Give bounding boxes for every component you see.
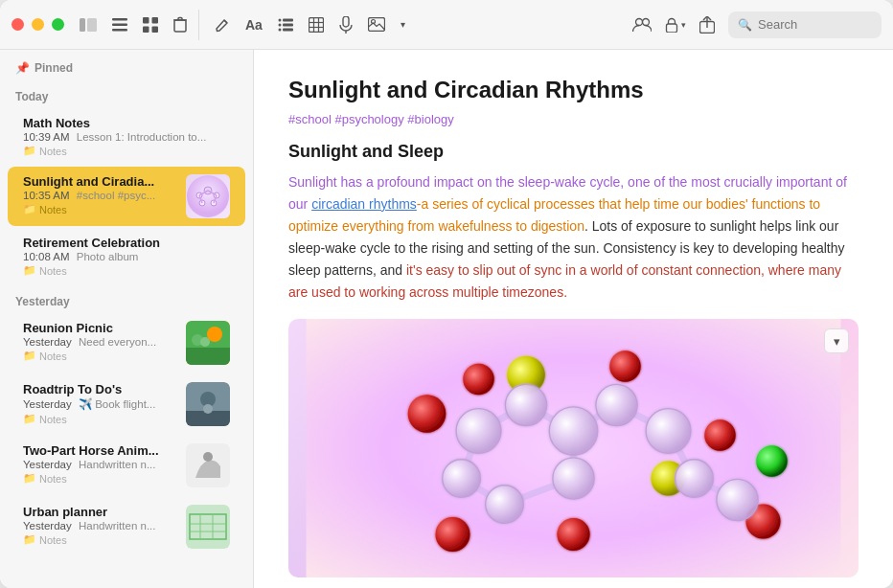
pinned-section: 📌 Pinned (0, 50, 253, 80)
folder-icon: 📁 (23, 350, 36, 362)
content-area: Sunlight and Circadian Rhythms #school #… (254, 50, 893, 588)
note-item-roadtrip[interactable]: Roadtrip To Do's Yesterday ✈️ Book fligh… (8, 374, 245, 434)
svg-point-31 (187, 175, 229, 217)
svg-rect-17 (309, 17, 323, 32)
svg-point-42 (207, 327, 222, 342)
svg-point-83 (646, 409, 691, 454)
list-view-icon[interactable] (112, 18, 127, 32)
svg-rect-4 (112, 29, 127, 32)
traffic-lights (11, 18, 64, 31)
svg-point-80 (505, 385, 546, 426)
svg-point-71 (436, 517, 470, 552)
search-input[interactable] (758, 17, 872, 32)
svg-rect-3 (112, 23, 127, 26)
note-subtitle: Lesson 1: Introduction to... (77, 131, 207, 143)
pin-icon: 📌 (15, 61, 30, 75)
note-meta: 10:39 AM Lesson 1: Introduction to... (23, 131, 230, 143)
note-folder: 📁 Notes (23, 350, 178, 362)
pinned-header: 📌 Pinned (15, 61, 238, 75)
svg-rect-0 (80, 18, 85, 32)
note-item-math[interactable]: Math Notes 10:39 AM Lesson 1: Introducti… (8, 108, 245, 165)
molecule-image: ▾ (288, 319, 859, 577)
note-thumbnail (186, 174, 230, 218)
note-main-title: Sunlight and Circadian Rhythms (288, 77, 859, 104)
svg-point-49 (203, 404, 213, 414)
note-time: 10:35 AM (23, 190, 70, 201)
folder-icon: 📁 (23, 472, 36, 485)
svg-point-70 (463, 364, 493, 395)
svg-point-72 (609, 351, 640, 382)
search-bar[interactable]: 🔍 (728, 11, 882, 38)
delete-icon[interactable] (173, 16, 187, 33)
svg-point-51 (203, 452, 213, 462)
titlebar-right-actions: ▾ 🔍 (632, 11, 882, 38)
note-time: Yesterday (23, 459, 72, 470)
note-item-retirement[interactable]: Retirement Celebration 10:08 AM Photo al… (8, 228, 245, 284)
maximize-button[interactable] (52, 18, 64, 31)
note-time: Yesterday (23, 520, 72, 531)
audio-icon[interactable] (339, 16, 353, 34)
search-icon: 🔍 (738, 18, 752, 32)
compose-icon[interactable] (215, 17, 230, 33)
svg-point-11 (278, 18, 281, 21)
note-item-sunlight[interactable]: Sunlight and Ciradia... 10:35 AM #school… (8, 167, 245, 226)
svg-point-85 (553, 458, 594, 499)
note-folder: 📁 Notes (23, 533, 178, 546)
svg-point-78 (756, 446, 787, 477)
export-icon[interactable] (699, 16, 715, 34)
svg-point-87 (675, 460, 714, 498)
chevron-down-icon[interactable]: ▾ (401, 19, 405, 30)
svg-point-88 (717, 480, 758, 521)
note-subtitle: Handwritten n... (79, 520, 156, 531)
svg-rect-28 (667, 24, 677, 33)
list-options-icon[interactable] (278, 18, 293, 32)
lock-group[interactable]: ▾ (665, 17, 686, 33)
titlebar: Aa (0, 0, 893, 50)
folder-icon: 📁 (23, 264, 36, 277)
lock-icon[interactable] (665, 17, 678, 33)
svg-rect-14 (283, 23, 293, 26)
note-folder: 📁 Notes (23, 203, 178, 215)
grid-view-icon[interactable] (143, 17, 158, 33)
note-title: Roadtrip To Do's (23, 382, 178, 396)
svg-point-27 (643, 18, 650, 25)
svg-point-74 (704, 420, 735, 451)
svg-point-73 (557, 518, 589, 551)
sidebar-toggle-icon[interactable] (80, 18, 97, 32)
image-insert-icon[interactable] (368, 17, 385, 32)
note-title: Reunion Picnic (23, 321, 178, 335)
note-time: 10:39 AM (23, 131, 70, 143)
svg-point-69 (408, 396, 446, 434)
minimize-button[interactable] (32, 18, 44, 31)
svg-point-13 (278, 23, 281, 26)
note-item-urban[interactable]: Urban planner Yesterday Handwritten n...… (8, 497, 245, 556)
note-text: Reunion Picnic Yesterday Need everyon...… (23, 321, 178, 362)
note-folder: 📁 Notes (23, 472, 178, 485)
note-meta: Yesterday Handwritten n... (23, 520, 178, 531)
note-heading: Sunlight and Sleep (288, 142, 859, 162)
note-tags: #school #psychology #biology (288, 112, 859, 126)
note-meta: 10:35 AM #school #psyc... (23, 190, 178, 201)
sidebar: 📌 Pinned Today Math Notes 10:39 AM Lesso… (0, 50, 254, 588)
main-area: 📌 Pinned Today Math Notes 10:39 AM Lesso… (0, 50, 893, 588)
note-subtitle: Photo album (77, 251, 139, 262)
note-thumbnail (186, 505, 230, 549)
note-meta: Yesterday Handwritten n... (23, 459, 178, 470)
image-expand-button[interactable]: ▾ (824, 328, 849, 353)
note-item-horse[interactable]: Two-Part Horse Anim... Yesterday Handwri… (8, 436, 245, 495)
note-title: Urban planner (23, 505, 178, 519)
note-body: Sunlight has a profound impact on the sl… (288, 171, 859, 305)
font-icon[interactable]: Aa (245, 17, 263, 33)
close-button[interactable] (11, 18, 24, 31)
note-item-reunion[interactable]: Reunion Picnic Yesterday Need everyon...… (8, 313, 245, 373)
svg-rect-22 (343, 16, 349, 27)
collaborate-icon[interactable] (632, 17, 652, 33)
table-icon[interactable] (309, 17, 324, 33)
lock-chevron-icon[interactable]: ▾ (681, 20, 686, 30)
svg-rect-8 (152, 26, 159, 33)
svg-rect-12 (283, 18, 293, 21)
svg-point-15 (278, 28, 281, 31)
note-meta: Yesterday Need everyon... (23, 336, 178, 348)
section-today-label: Today (0, 80, 253, 107)
folder-icon: 📁 (23, 533, 36, 546)
